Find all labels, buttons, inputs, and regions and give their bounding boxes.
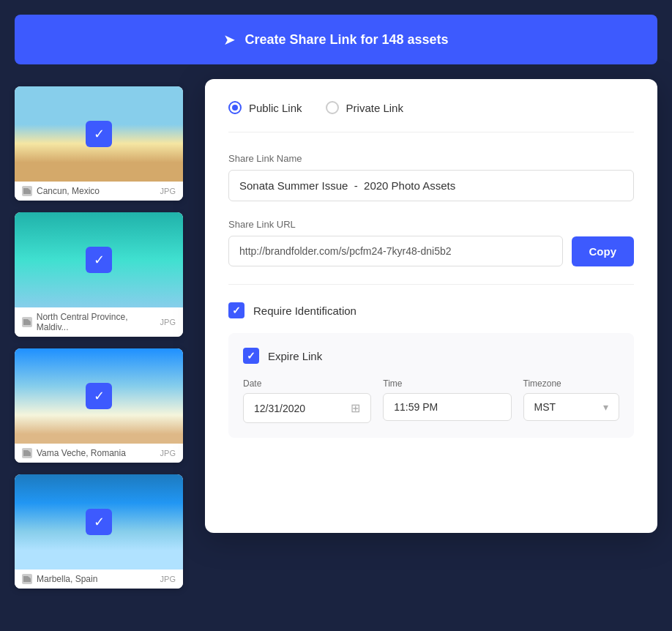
time-value: 11:59 PM <box>394 401 438 413</box>
image-thumbnail: ✓ <box>15 86 183 182</box>
image-location: Vama Veche, Romania <box>37 448 126 458</box>
time-input[interactable]: 11:59 PM <box>383 393 511 421</box>
share-link-url-label: Share Link URL <box>228 219 634 230</box>
public-link-label: Public Link <box>249 102 302 114</box>
image-label-left: Marbella, Spain <box>22 574 97 584</box>
selected-check-icon: ✓ <box>86 509 112 535</box>
timezone-select[interactable]: MST ▾ <box>523 393 619 421</box>
divider <box>228 284 634 285</box>
timezone-value: MST <box>534 401 556 413</box>
date-field: Date 12/31/2020 ⊞ <box>243 378 371 423</box>
image-label-left: Vama Veche, Romania <box>22 448 126 458</box>
date-label: Date <box>243 378 371 389</box>
share-link-modal: Public Link Private Link Share Link Name… <box>205 79 657 533</box>
expire-link-label: Expire Link <box>268 350 322 362</box>
require-identification-row[interactable]: Require Identification <box>228 302 634 318</box>
date-input[interactable]: 12/31/2020 ⊞ <box>243 393 371 423</box>
image-label-left: Cancun, Mexico <box>22 186 100 196</box>
image-format: JPG <box>160 449 176 458</box>
calendar-icon: ⊞ <box>351 401 360 415</box>
image-location: Marbella, Spain <box>37 574 97 584</box>
private-link-label: Private Link <box>346 102 403 114</box>
selected-check-icon: ✓ <box>86 247 112 273</box>
image-label: Marbella, Spain JPG <box>15 570 183 589</box>
selected-check-icon: ✓ <box>86 121 112 147</box>
share-link-name-field: Share Link Name <box>228 153 634 201</box>
content-area: ✓ Cancun, Mexico JPG ✓ North <box>15 79 657 589</box>
share-link-icon: ➤ <box>223 31 236 48</box>
date-value: 12/31/2020 <box>254 403 305 414</box>
share-link-url-field: Share Link URL Copy <box>228 219 634 266</box>
image-format: JPG <box>160 575 176 583</box>
image-label: Vama Veche, Romania JPG <box>15 444 183 463</box>
image-label: North Central Province, Maldiv... JPG <box>15 307 183 337</box>
url-row: Copy <box>228 236 634 266</box>
list-item: ✓ North Central Province, Maldiv... JPG <box>15 212 183 337</box>
timezone-label: Timezone <box>523 378 619 389</box>
list-item: ✓ Vama Veche, Romania JPG <box>15 348 183 463</box>
share-link-url-input[interactable] <box>228 236 563 266</box>
public-link-radio-indicator <box>228 101 242 114</box>
expire-link-header: Expire Link <box>243 348 619 364</box>
chevron-down-icon: ▾ <box>603 401 608 413</box>
header-title: Create Share Link for 148 assets <box>244 32 448 48</box>
list-item: ✓ Marbella, Spain JPG <box>15 474 183 589</box>
require-identification-checkbox[interactable] <box>228 302 244 318</box>
private-link-radio[interactable]: Private Link <box>326 101 403 114</box>
file-type-icon <box>22 448 32 458</box>
image-format: JPG <box>160 318 176 326</box>
selected-check-icon: ✓ <box>86 383 112 409</box>
timezone-field: Timezone MST ▾ <box>523 378 619 423</box>
image-sidebar: ✓ Cancun, Mexico JPG ✓ North <box>15 79 190 589</box>
image-thumbnail: ✓ <box>15 348 183 444</box>
image-label-left: North Central Province, Maldiv... <box>22 312 160 332</box>
image-thumbnail: ✓ <box>15 212 183 307</box>
file-type-icon <box>22 186 32 196</box>
expire-link-checkbox[interactable] <box>243 348 259 364</box>
list-item: ✓ Cancun, Mexico JPG <box>15 86 183 201</box>
image-thumbnail: ✓ <box>15 474 183 570</box>
copy-button[interactable]: Copy <box>572 236 635 266</box>
header-banner: ➤ Create Share Link for 148 assets <box>15 15 657 64</box>
private-link-radio-indicator <box>326 101 339 114</box>
expire-fields: Date 12/31/2020 ⊞ Time 11:59 PM Time <box>243 378 619 423</box>
expire-link-section: Expire Link Date 12/31/2020 ⊞ Time 11:59 <box>228 333 634 438</box>
main-container: ➤ Create Share Link for 148 assets ✓ Can… <box>15 15 657 589</box>
share-link-name-input[interactable] <box>228 170 634 201</box>
image-format: JPG <box>160 187 176 195</box>
require-identification-label: Require Identification <box>253 305 356 317</box>
file-type-icon <box>22 317 32 327</box>
share-link-name-label: Share Link Name <box>228 153 634 164</box>
file-type-icon <box>22 574 32 584</box>
link-type-radio-group: Public Link Private Link <box>228 101 634 132</box>
time-field: Time 11:59 PM <box>383 378 511 423</box>
image-location: Cancun, Mexico <box>37 186 100 196</box>
image-location: North Central Province, Maldiv... <box>37 312 160 332</box>
time-label: Time <box>383 378 511 389</box>
public-link-radio[interactable]: Public Link <box>228 101 302 114</box>
image-label: Cancun, Mexico JPG <box>15 182 183 201</box>
